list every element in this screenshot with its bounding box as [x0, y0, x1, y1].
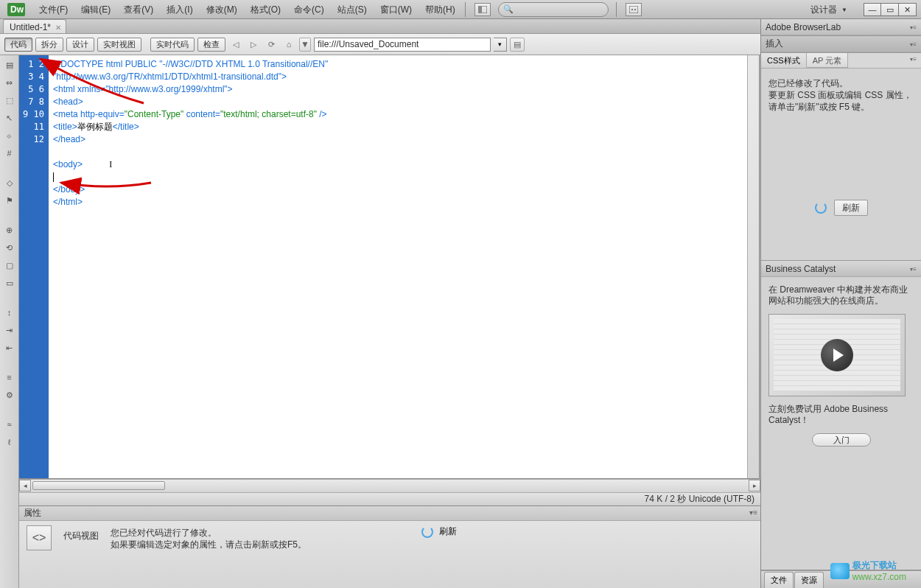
wrap-tag-icon[interactable]: ▢: [3, 259, 16, 272]
scroll-right-icon[interactable]: ▸: [749, 480, 760, 491]
minimize-button[interactable]: —: [864, 3, 881, 16]
properties-header[interactable]: 属性 ▾≡: [19, 506, 760, 521]
app-logo: Dw: [4, 1, 28, 18]
workspace-switcher[interactable]: 设计器▼: [806, 2, 852, 18]
expand-icon[interactable]: ⬚: [3, 94, 16, 107]
code-view-icon: <>: [27, 525, 52, 550]
line-numbers-icon[interactable]: #: [3, 147, 16, 160]
code-view-button[interactable]: 代码: [4, 38, 32, 52]
highlight-icon[interactable]: ◇: [3, 176, 16, 189]
panel-menu-icon[interactable]: ▾≡: [749, 508, 757, 517]
properties-message: 您已经对代码进行了修改。 如果要编辑选定对象的属性，请点击刷新或按F5。: [111, 525, 307, 550]
menu-insert[interactable]: 插入(I): [160, 0, 199, 19]
url-field[interactable]: file:///Unsaved_Document: [314, 38, 491, 52]
panel-menu-icon[interactable]: ▾≡: [906, 53, 921, 68]
properties-panel: 属性 ▾≡ <> 代码视图 您已经对代码进行了修改。 如果要编辑选定对象的属性，…: [19, 505, 760, 588]
refresh-icon[interactable]: ⟳: [264, 38, 279, 52]
menu-items: 文件(F) 编辑(E) 查看(V) 插入(I) 修改(M) 格式(O) 命令(C…: [32, 0, 462, 19]
svg-rect-3: [478, 6, 482, 13]
layout-icon[interactable]: [474, 3, 491, 16]
horizontal-scrollbar[interactable]: ◂ ▸: [19, 479, 760, 492]
outdent-icon[interactable]: ⇤: [3, 341, 16, 354]
window-controls: — ▭ ✕: [864, 3, 917, 16]
options-icon[interactable]: ⚙: [3, 388, 16, 402]
syntax-error-icon[interactable]: ⚑: [3, 194, 16, 207]
remove-comment-icon[interactable]: ⟲: [3, 241, 16, 254]
close-icon[interactable]: ✕: [55, 24, 61, 32]
search-icon: 🔍: [503, 4, 514, 14]
maximize-button[interactable]: ▭: [881, 3, 899, 16]
menu-modify[interactable]: 修改(M): [200, 0, 244, 19]
menu-window[interactable]: 窗口(W): [374, 0, 419, 19]
scrollbar-thumb[interactable]: [32, 481, 165, 490]
tab-assets[interactable]: 资源: [794, 572, 824, 588]
vertical-scrollbar[interactable]: [747, 55, 759, 478]
open-docs-icon[interactable]: ▤: [3, 58, 16, 71]
panel-menu-icon[interactable]: ▾≡: [910, 266, 917, 273]
collapse-icon[interactable]: ⇔: [3, 76, 16, 89]
balance-icon[interactable]: ⟐: [3, 129, 16, 142]
browse-icon[interactable]: ▤: [510, 38, 525, 52]
menu-view[interactable]: 查看(V): [117, 0, 160, 19]
get-started-button[interactable]: 入门: [812, 433, 871, 447]
business-catalyst-header[interactable]: Business Catalyst▾≡: [761, 261, 921, 277]
line-gutter: 1 2 3 4 5 6 7 8 9 10 11 12: [19, 55, 49, 478]
select-parent-icon[interactable]: ↖: [3, 111, 16, 125]
refresh-icon: [815, 202, 827, 214]
menu-file[interactable]: 文件(F): [32, 0, 74, 19]
code-editor[interactable]: 1 2 3 4 5 6 7 8 9 10 11 12 <!DOCTYPE htm…: [19, 55, 760, 479]
tab-ap-elements[interactable]: AP 元素: [807, 53, 849, 68]
back-icon[interactable]: ◁: [228, 38, 243, 52]
url-type-dropdown[interactable]: ▼: [299, 38, 311, 52]
live-view-button[interactable]: 实时视图: [97, 38, 141, 52]
sync-icon[interactable]: ≈: [3, 418, 16, 431]
menu-command[interactable]: 命令(C): [287, 0, 331, 19]
work-area: ▤ ⇔ ⬚ ↖ ⟐ # ◇ ⚑ ⊕ ⟲ ▢ ▭ ↕ ⇥ ⇤ ≡ ⚙ ≈ ℓ 1 …: [0, 55, 760, 588]
close-button[interactable]: ✕: [899, 3, 917, 16]
menu-help[interactable]: 帮助(H): [419, 0, 462, 19]
svg-text:Dw: Dw: [10, 4, 24, 15]
misc-icon[interactable]: ℓ: [3, 435, 16, 449]
scroll-left-icon[interactable]: ◂: [19, 480, 31, 491]
code-content[interactable]: <!DOCTYPE html PUBLIC "-//W3C//DTD XHTML…: [49, 55, 747, 478]
separator: [616, 2, 617, 17]
design-view-button[interactable]: 设计: [66, 38, 94, 52]
separator: [465, 2, 466, 17]
status-text: 74 K / 2 秒 Unicode (UTF-8): [645, 493, 754, 505]
css-refresh-button[interactable]: 刷新: [815, 200, 868, 216]
live-code-button[interactable]: 实时代码: [150, 38, 195, 52]
tab-files[interactable]: 文件: [764, 572, 794, 588]
tab-css-styles[interactable]: CSS样式: [761, 53, 807, 68]
svg-point-5: [631, 9, 633, 10]
home-icon[interactable]: ⌂: [281, 38, 296, 52]
move-icon[interactable]: ↕: [3, 306, 16, 319]
panel-menu-icon[interactable]: ▾≡: [910, 24, 917, 31]
css-panel-body: 您已经修改了代码。 要更新 CSS 面板或编辑 CSS 属性，请单击"刷新"或按…: [761, 69, 921, 260]
indent-icon[interactable]: ⇥: [3, 323, 16, 337]
format-icon[interactable]: ≡: [3, 371, 16, 384]
search-box[interactable]: 🔍: [498, 2, 609, 17]
browserlab-panel-header[interactable]: Adobe BrowserLab▾≡: [761, 19, 921, 35]
menu-site[interactable]: 站点(S): [331, 0, 374, 19]
inspect-button[interactable]: 检查: [197, 38, 225, 52]
chevron-down-icon: ▼: [841, 7, 847, 13]
video-thumbnail[interactable]: [768, 314, 906, 396]
panel-menu-icon[interactable]: ▾≡: [910, 41, 917, 48]
document-tab[interactable]: Untitled-1* ✕: [3, 19, 66, 33]
menu-edit[interactable]: 编辑(E): [74, 0, 117, 19]
properties-refresh[interactable]: 刷新: [421, 525, 457, 538]
split-view-button[interactable]: 拆分: [35, 38, 63, 52]
play-icon: [821, 339, 853, 371]
menu-format[interactable]: 格式(O): [244, 0, 287, 19]
svg-rect-4: [629, 6, 638, 13]
right-panels: Adobe BrowserLab▾≡ 插入▾≡ CSS样式 AP 元素 ▾≡ 您…: [760, 19, 921, 588]
insert-panel-header[interactable]: 插入▾≡: [761, 36, 921, 52]
menu-bar: Dw 文件(F) 编辑(E) 查看(V) 插入(I) 修改(M) 格式(O) 命…: [0, 0, 921, 19]
apply-comment-icon[interactable]: ⊕: [3, 223, 16, 237]
forward-icon[interactable]: ▷: [246, 38, 261, 52]
extension-icon[interactable]: [626, 3, 642, 16]
refresh-icon: [421, 526, 433, 538]
url-dropdown-icon[interactable]: ▾: [494, 38, 507, 52]
recent-snippets-icon[interactable]: ▭: [3, 276, 16, 290]
css-panel-tabs: CSS样式 AP 元素 ▾≡: [761, 53, 921, 69]
